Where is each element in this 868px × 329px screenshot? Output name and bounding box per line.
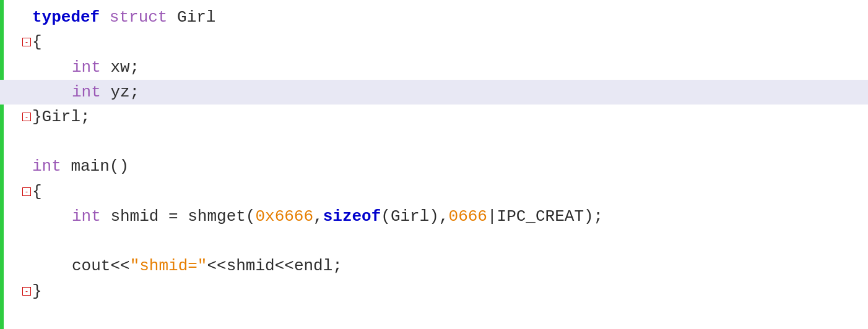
code-editor: typedef struct Girl-{int xw;int yz;-}Gir… [0, 0, 868, 329]
code-line-line7: int main() [0, 154, 868, 179]
token-kw-type: int [72, 80, 101, 105]
code-line-line5: -}Girl; [0, 105, 868, 129]
token-plain: yz; [101, 80, 139, 105]
token-plain: { [32, 179, 42, 204]
token-plain: }Girl; [32, 105, 90, 129]
token-plain: { [32, 30, 42, 54]
code-line-line6 [0, 129, 868, 154]
token-plain: cout<< [72, 254, 130, 278]
token-kw-struct: struct [110, 5, 168, 30]
token-plain: , [313, 204, 323, 229]
fold-icon[interactable]: - [22, 187, 31, 196]
token-kw-type: int [72, 204, 101, 229]
code-line-line12: -} [0, 279, 868, 304]
token-plain [100, 5, 110, 30]
fold-icon[interactable]: - [22, 38, 31, 46]
code-line-line8: -{ [0, 179, 868, 204]
token-kw-type: int [72, 55, 101, 80]
code-line-line11: cout<<"shmid="<<shmid<<endl; [0, 254, 868, 278]
token-num-orange: 0x6666 [255, 204, 313, 229]
code-line-line2: -{ [0, 30, 868, 54]
fold-icon[interactable]: - [22, 287, 31, 296]
token-plain: (Girl), [381, 204, 448, 229]
token-str-orange: "shmid=" [130, 254, 207, 278]
token-kw-type: int [32, 154, 61, 179]
token-num-orange: 0666 [449, 204, 487, 229]
code-line-line10 [0, 229, 868, 254]
token-plain: <<shmid<<endl; [207, 254, 342, 278]
fold-icon[interactable]: - [22, 113, 31, 121]
token-kw-typedef: typedef [32, 5, 100, 30]
token-plain: |IPC_CREAT); [487, 204, 603, 229]
token-plain: main() [61, 154, 129, 179]
token-plain: xw; [101, 55, 139, 80]
code-line-line3: int xw; [0, 55, 868, 80]
token-plain: } [32, 279, 42, 304]
code-line-line1: typedef struct Girl [0, 5, 868, 30]
token-kw-sizeof: sizeof [323, 204, 381, 229]
token-plain: Girl [167, 5, 215, 30]
token-plain: shmid = shmget( [101, 204, 256, 229]
code-line-line9: int shmid = shmget(0x6666,sizeof(Girl),0… [0, 204, 868, 229]
code-line-line4: int yz; [0, 80, 868, 105]
